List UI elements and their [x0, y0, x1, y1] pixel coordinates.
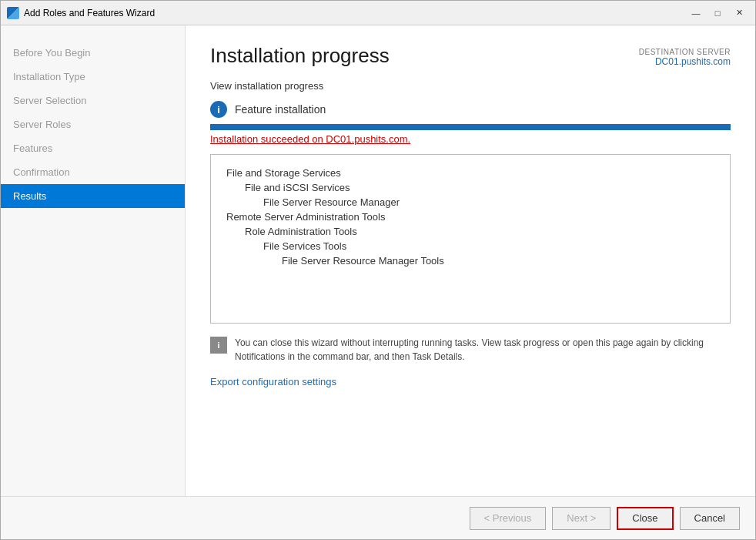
close-button[interactable]: Close [617, 507, 673, 530]
info-icon: i [210, 101, 227, 118]
sidebar-item-features: Features [1, 136, 185, 160]
main-body: View installation progress i Feature ins… [186, 68, 755, 496]
section-label: View installation progress [210, 80, 731, 92]
result-item: File and iSCSI Services [245, 182, 714, 193]
result-item: File and Storage Services [226, 167, 714, 179]
progress-bar-container [210, 124, 731, 130]
destination-label: DESTINATION SERVER [639, 48, 731, 56]
next-button[interactable]: Next > [552, 507, 610, 530]
feature-install-label: Feature installation [235, 103, 326, 116]
content-area: Before You BeginInstallation TypeServer … [1, 25, 755, 496]
footer: < Previous Next > Close Cancel [1, 496, 755, 539]
result-item: File Services Tools [263, 240, 714, 252]
main-content: Installation progress DESTINATION SERVER… [186, 25, 755, 496]
result-item: File Server Resource Manager Tools [282, 255, 714, 267]
sidebar-item-confirmation: Confirmation [1, 160, 185, 184]
window-controls: — □ ✕ [686, 5, 749, 21]
notification-row: i You can close this wizard without inte… [210, 336, 731, 364]
sidebar-item-results[interactable]: Results [1, 184, 185, 208]
restore-button[interactable]: □ [707, 5, 728, 21]
sidebar-item-before-you-begin: Before You Begin [1, 41, 185, 65]
minimize-button[interactable]: — [686, 5, 706, 21]
wizard-window: Add Roles and Features Wizard — □ ✕ Befo… [0, 0, 756, 540]
results-box: File and Storage ServicesFile and iSCSI … [210, 154, 731, 324]
result-item: Role Administration Tools [245, 226, 714, 237]
sidebar-item-installation-type: Installation Type [1, 65, 185, 89]
success-text: Installation succeeded on DC01.pushits.c… [210, 133, 731, 145]
destination-server-block: DESTINATION SERVER DC01.pushits.com [639, 47, 731, 67]
sidebar-item-server-selection: Server Selection [1, 89, 185, 112]
previous-button[interactable]: < Previous [470, 507, 547, 530]
sidebar: Before You BeginInstallation TypeServer … [1, 25, 186, 496]
result-item: File Server Resource Manager [263, 196, 714, 208]
cancel-button[interactable]: Cancel [680, 507, 740, 530]
feature-install-row: i Feature installation [210, 101, 731, 118]
export-link[interactable]: Export configuration settings [210, 376, 336, 387]
notification-text: You can close this wizard without interr… [235, 336, 731, 364]
main-header: Installation progress DESTINATION SERVER… [186, 25, 755, 68]
titlebar: Add Roles and Features Wizard — □ ✕ [1, 1, 755, 25]
window-close-button[interactable]: ✕ [729, 5, 749, 21]
progress-bar-fill [210, 124, 731, 130]
page-title: Installation progress [210, 44, 390, 68]
app-icon [7, 7, 19, 19]
destination-name: DC01.pushits.com [639, 56, 731, 67]
notification-icon: i [210, 337, 227, 354]
sidebar-item-server-roles: Server Roles [1, 112, 185, 136]
result-item: Remote Server Administration Tools [226, 211, 714, 223]
window-title: Add Roles and Features Wizard [24, 8, 686, 18]
